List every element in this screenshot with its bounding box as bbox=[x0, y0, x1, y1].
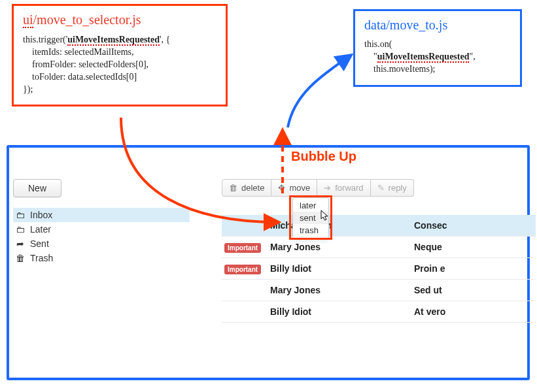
trash-icon: 🗑 bbox=[16, 253, 25, 263]
mail-list: Michael Smith Consec Important Mary Jone… bbox=[222, 215, 536, 323]
folder-label: Sent bbox=[30, 238, 49, 249]
main-panel: 🗑 delete ✥ move ➔ forward ✎ reply later … bbox=[222, 179, 536, 323]
important-tag: Important bbox=[224, 265, 261, 274]
tag-slot: Important bbox=[224, 242, 270, 252]
mail-subject: At vero bbox=[414, 306, 536, 317]
delete-button[interactable]: 🗑 delete bbox=[222, 179, 271, 197]
mail-sender: Billy Idiot bbox=[270, 306, 414, 317]
mail-subject: Consec bbox=[414, 220, 536, 231]
ui-code-box: ui/move_to_selector.js this.trigger('uiM… bbox=[12, 4, 228, 106]
folder-label: Trash bbox=[30, 253, 53, 263]
mail-row[interactable]: Michael Smith Consec bbox=[222, 215, 536, 237]
important-tag: Important bbox=[224, 243, 261, 253]
folder-icon: 🗀 bbox=[16, 224, 25, 235]
mail-subject: Sed ut bbox=[414, 285, 536, 295]
send-icon: ➦ bbox=[16, 238, 25, 249]
mail-row[interactable]: Important Billy Idiot Proin e bbox=[222, 258, 536, 280]
data-code-title: data/move_to.js bbox=[364, 18, 511, 33]
data-code-box: data/move_to.js this.on( "uiMoveItemsReq… bbox=[353, 9, 522, 87]
folder-inbox[interactable]: 🗀 Inbox bbox=[13, 208, 190, 222]
data-code-content: this.on( "uiMoveItemsRequested", this.mo… bbox=[364, 39, 511, 76]
folder-sent[interactable]: ➦ Sent bbox=[13, 237, 190, 251]
folder-trash[interactable]: 🗑 Trash bbox=[13, 251, 190, 265]
mail-sender: Mary Jones bbox=[270, 285, 414, 295]
folder-label: Inbox bbox=[30, 210, 52, 220]
button-label: delete bbox=[241, 183, 264, 193]
mail-sender: Mary Jones bbox=[270, 242, 414, 252]
move-dropdown: later sent trash bbox=[292, 197, 329, 238]
folder-later[interactable]: 🗀 Later bbox=[13, 222, 190, 237]
ui-code-content: this.trigger('uiMoveItemsRequested', { i… bbox=[23, 34, 217, 95]
reply-button[interactable]: ✎ reply bbox=[371, 179, 414, 197]
new-button[interactable]: New bbox=[13, 179, 61, 197]
ui-code-title: ui/move_to_selector.js bbox=[23, 12, 217, 29]
mail-sender: Michael Smith bbox=[270, 220, 414, 231]
forward-button[interactable]: ➔ forward bbox=[317, 179, 370, 197]
folder-list: 🗀 Inbox 🗀 Later ➦ Sent 🗑 Trash bbox=[13, 208, 190, 265]
button-label: move bbox=[289, 183, 310, 193]
trash-icon: 🗑 bbox=[229, 183, 237, 193]
move-button[interactable]: ✥ move bbox=[271, 179, 317, 197]
toolbar: 🗑 delete ✥ move ➔ forward ✎ reply bbox=[222, 179, 536, 197]
mail-row[interactable]: Billy Idiot At vero bbox=[222, 301, 536, 323]
forward-icon: ➔ bbox=[324, 183, 331, 193]
move-option-trash[interactable]: trash bbox=[293, 224, 328, 237]
folder-label: Later bbox=[30, 224, 51, 235]
button-label: forward bbox=[335, 183, 363, 193]
mail-sender: Billy Idiot bbox=[270, 263, 414, 274]
move-option-later[interactable]: later bbox=[293, 199, 328, 212]
sidebar: New 🗀 Inbox 🗀 Later ➦ Sent 🗑 Trash bbox=[13, 179, 190, 265]
button-label: reply bbox=[389, 183, 407, 193]
app-container: New 🗀 Inbox 🗀 Later ➦ Sent 🗑 Trash 🗑 bbox=[7, 145, 530, 380]
mail-row[interactable]: Important Mary Jones Neque bbox=[222, 237, 536, 258]
title-ui-underlined: ui bbox=[23, 12, 33, 28]
mail-subject: Proin e bbox=[414, 263, 536, 274]
tag-slot: Important bbox=[224, 263, 270, 274]
move-icon: ✥ bbox=[278, 183, 285, 193]
move-option-sent[interactable]: sent bbox=[293, 212, 328, 224]
folder-icon: 🗀 bbox=[16, 210, 25, 220]
mail-row[interactable]: Mary Jones Sed ut bbox=[222, 280, 536, 301]
pencil-icon: ✎ bbox=[377, 183, 385, 193]
mail-subject: Neque bbox=[414, 242, 536, 252]
